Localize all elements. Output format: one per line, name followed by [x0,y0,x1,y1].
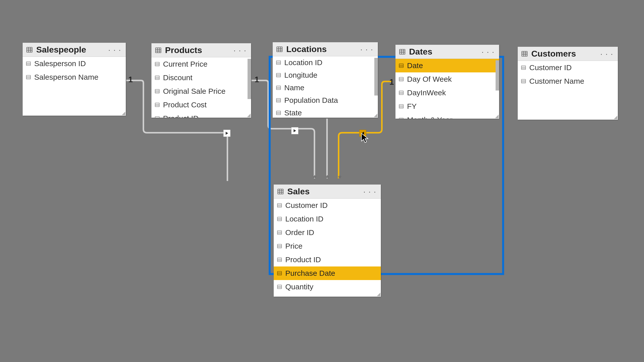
svg-rect-54 [276,111,281,115]
filter-direction-arrow-dates[interactable] [359,130,366,137]
column-icon [521,65,526,70]
more-menu-icon[interactable]: · · · [232,46,248,55]
field-label: Sales Person ID [285,296,340,297]
svg-text:*: * [326,173,329,183]
scrollbar-thumb[interactable] [496,60,499,90]
field-label: Date [407,61,423,70]
field-product-id[interactable]: Product ID [151,112,251,118]
filter-direction-arrow-locations[interactable] [291,127,298,134]
field-location-id[interactable]: Location ID [274,212,381,226]
field-day-of-week[interactable]: Day Of Week [395,72,499,86]
field-original-sale-price[interactable]: Original Sale Price [151,84,251,98]
svg-rect-85 [521,66,526,70]
table-body[interactable]: Customer ID Location ID Order ID Price P… [274,199,381,297]
cardinality-one-products: 1 [255,75,259,84]
field-population-data[interactable]: Population Data [273,94,378,107]
field-purchase-date[interactable]: Purchase Date [274,266,381,280]
field-month-year[interactable]: Month & Year [395,113,499,119]
field-dayinweek[interactable]: DayInWeek [395,86,499,100]
field-state[interactable]: State [273,107,378,118]
svg-rect-111 [277,272,282,275]
scrollbar-thumb[interactable] [248,59,251,99]
table-products[interactable]: Products · · · Current Price Discount Or… [151,43,251,118]
svg-rect-6 [27,47,32,52]
table-locations[interactable]: Locations · · · Location ID Longitude Na… [273,42,378,118]
resize-handle-icon[interactable] [495,115,499,118]
table-body[interactable]: Date Day Of Week DayInWeek FY Month & Ye… [395,59,499,119]
field-fy[interactable]: FY [395,100,499,113]
svg-rect-22 [155,62,159,66]
resize-handle-icon[interactable] [122,112,125,115]
field-quantity[interactable]: Quantity [274,280,381,294]
column-icon [398,117,404,119]
svg-rect-74 [399,105,404,108]
table-icon [26,47,33,53]
table-body[interactable]: Location ID Longitude Name Population Da… [273,56,378,118]
svg-rect-14 [26,75,31,79]
resize-handle-icon[interactable] [377,293,380,296]
field-label: Customer ID [285,201,328,210]
table-body[interactable]: Current Price Discount Original Sale Pri… [151,57,251,118]
svg-rect-108 [277,258,282,262]
resize-handle-icon[interactable] [614,116,617,119]
field-salesperson-name[interactable]: Salesperson Name [23,70,126,84]
column-icon [398,90,404,96]
field-date[interactable]: Date [395,59,499,72]
more-menu-icon[interactable]: · · · [362,187,377,196]
field-product-id[interactable]: Product ID [274,253,381,266]
table-customers[interactable]: Customers · · · Customer ID Customer Nam… [518,47,618,120]
table-salespeople[interactable]: Salespeople · · · Salesperson ID Salespe… [23,43,126,116]
field-product-cost[interactable]: Product Cost [151,98,251,112]
field-customer-name[interactable]: Customer Name [518,74,618,88]
field-sales-person-id[interactable]: Sales Person ID [274,294,381,297]
field-label: DayInWeek [407,88,446,97]
field-price[interactable]: Price [274,239,381,253]
field-order-id[interactable]: Order ID [274,226,381,239]
field-customer-id[interactable]: Customer ID [274,199,381,212]
field-label: Discount [163,73,192,82]
svg-rect-28 [155,89,159,93]
resize-handle-icon[interactable] [247,114,251,117]
column-icon [277,216,282,222]
more-menu-icon[interactable]: · · · [107,46,122,54]
field-label: Longitude [284,71,317,79]
column-icon [277,203,282,208]
column-icon [277,230,282,235]
field-discount[interactable]: Discount [151,71,251,84]
field-label: Quantity [285,283,313,291]
field-longitude[interactable]: Longitude [273,69,378,81]
more-menu-icon[interactable]: · · · [599,50,614,58]
table-title: Dates [409,47,477,57]
filter-direction-arrow-salespeople[interactable] [223,130,230,137]
table-sales[interactable]: Sales · · · Customer ID Location ID Orde… [274,185,381,297]
field-label: Location ID [284,58,323,67]
table-title: Salespeople [36,45,104,55]
field-label: Product ID [285,255,321,264]
table-title: Sales [287,187,359,196]
field-salesperson-id[interactable]: Salesperson ID [23,57,126,70]
table-title: Locations [286,44,356,54]
svg-rect-96 [277,204,282,207]
field-customer-id[interactable]: Customer ID [518,61,618,74]
more-menu-icon[interactable]: · · · [359,45,374,54]
more-menu-icon[interactable]: · · · [480,48,496,56]
field-label: Salesperson Name [34,73,98,81]
svg-rect-65 [399,64,404,68]
table-body[interactable]: Customer ID Customer Name [518,61,618,120]
table-icon [521,51,528,57]
field-location-id[interactable]: Location ID [273,56,378,69]
field-label: Month & Year [407,116,452,119]
column-icon [154,88,160,94]
field-name[interactable]: Name [273,81,378,94]
resize-handle-icon[interactable] [374,114,377,117]
column-icon [154,61,160,67]
table-dates[interactable]: Dates · · · Date Day Of Week DayInWeek F… [395,45,499,119]
table-body[interactable]: Salesperson ID Salesperson Name [23,57,126,116]
svg-rect-60 [399,49,405,54]
svg-marker-4 [294,129,296,132]
scrollbar-thumb[interactable] [374,58,378,96]
model-canvas[interactable]: * * * 1 1 1 Salespeople · · · [0,0,644,362]
column-icon [26,61,31,66]
field-current-price[interactable]: Current Price [151,57,251,71]
table-title: Products [165,45,229,55]
